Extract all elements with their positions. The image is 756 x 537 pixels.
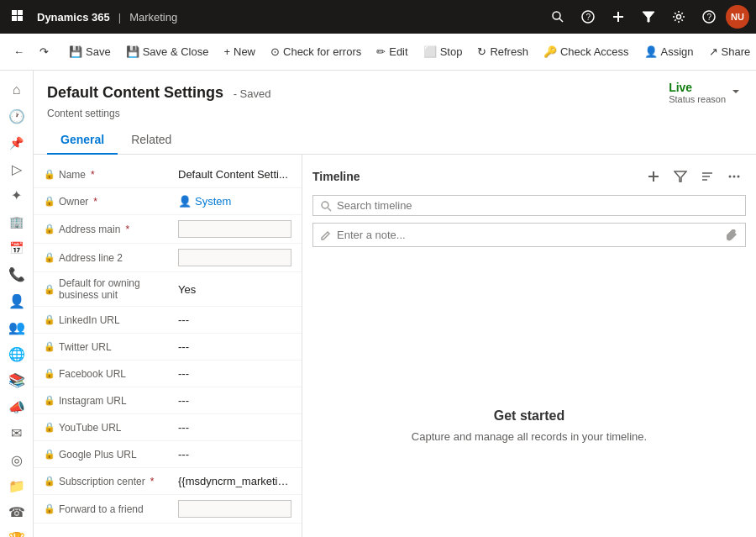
sidebar-item-megaphone[interactable]: 📣 [2, 394, 32, 419]
stop-button[interactable]: ⬜ Stop [417, 42, 470, 61]
sidebar-item-people[interactable]: 👥 [2, 315, 32, 340]
status-chevron-button[interactable] [729, 85, 743, 101]
field-subscription-value[interactable]: {{msdyncrm_marketingp [178, 475, 291, 487]
field-owner-value[interactable]: 👤 System [178, 195, 291, 208]
refresh-button[interactable]: ↻ Refresh [470, 42, 535, 61]
add-button[interactable] [605, 3, 632, 30]
field-name-value[interactable]: Default Content Setti... [178, 168, 291, 181]
svg-rect-1 [12, 16, 17, 21]
sidebar-item-pinned[interactable]: 📌 [2, 130, 32, 155]
main-layout: ⌂ 🕐 📌 ▷ ✦ 🏢 📅 📞 👤 👥 🌐 📚 📣 ✉ ◎ 📁 ☎ 🏆 ⚙ OM… [0, 71, 756, 537]
timeline-search-box[interactable] [312, 195, 746, 216]
back-icon: ← [13, 45, 24, 58]
record-subtitle: Content settings [47, 108, 743, 119]
save-close-button[interactable]: 💾 Save & Close [119, 42, 216, 61]
sidebar-item-contacts[interactable]: 👤 [2, 289, 32, 313]
check-errors-button[interactable]: ⊙ Check for errors [264, 42, 368, 61]
back-button[interactable]: ← [7, 42, 31, 61]
owner-icon: 👤 [178, 195, 192, 208]
sidebar-item-recent[interactable]: 🕐 [2, 103, 32, 128]
new-button[interactable]: + New [217, 42, 262, 61]
timeline-panel: Timeline [302, 155, 756, 537]
svg-line-5 [559, 18, 563, 22]
tab-general[interactable]: General [47, 126, 118, 155]
help-circle-button[interactable]: ? [696, 3, 722, 30]
app-logo: Dynamics 365 | Marketing [37, 11, 177, 24]
status-live: Live [669, 81, 726, 94]
timeline-note-box[interactable] [312, 223, 746, 247]
sidebar-item-cert[interactable]: 🏆 [2, 527, 32, 537]
share-button[interactable]: ↗ Share [702, 42, 756, 61]
edit-button[interactable]: ✏ Edit [370, 42, 414, 61]
field-instagram-value[interactable]: --- [178, 394, 291, 407]
field-forward-value[interactable] [178, 500, 291, 518]
svg-point-11 [677, 15, 681, 19]
save-button[interactable]: 💾 Save [62, 42, 118, 61]
status-info: Live Status reason [669, 81, 726, 104]
owner-link[interactable]: 👤 System [178, 195, 291, 208]
nav-buttons: ← ↷ [7, 42, 55, 61]
check-access-button[interactable]: 🔑 Check Access [537, 42, 636, 61]
filter-button[interactable] [635, 3, 662, 30]
sidebar-item-phone2[interactable]: ☎ [2, 500, 32, 524]
lock-icon: 🔒 [44, 252, 55, 263]
svg-line-24 [328, 208, 332, 211]
address-line2-input[interactable] [178, 249, 291, 266]
sidebar-item-phone[interactable]: 📞 [2, 262, 32, 287]
field-facebook-value[interactable]: --- [178, 367, 291, 380]
sidebar-item-mail[interactable]: ✉ [2, 421, 32, 445]
status-area: Live Status reason [669, 81, 743, 104]
field-address-line2-value[interactable] [178, 249, 291, 266]
field-googleplus: 🔒 Google Plus URL --- [34, 441, 302, 468]
sidebar-item-folder[interactable]: 📁 [2, 474, 32, 498]
field-address-main-label: 🔒 Address main * [44, 224, 178, 235]
sidebar-item-circle[interactable]: ◎ [2, 447, 32, 471]
lock-icon: 🔒 [44, 422, 55, 433]
sidebar-item-home[interactable]: ⌂ [2, 77, 32, 102]
record-saved-status: - Saved [234, 87, 271, 100]
field-subscription: 🔒 Subscription center * {{msdyncrm_marke… [34, 468, 302, 495]
svg-rect-3 [18, 16, 23, 21]
field-googleplus-value[interactable]: --- [178, 448, 291, 461]
sidebar-item-accounts[interactable]: 🏢 [2, 209, 32, 234]
sidebar-item-books[interactable]: 📚 [2, 368, 32, 392]
timeline-note-input[interactable] [337, 229, 722, 241]
help-button[interactable]: ? [575, 3, 601, 30]
settings-button[interactable] [665, 3, 692, 30]
search-button[interactable] [544, 3, 571, 30]
required-indicator: * [150, 476, 155, 487]
timeline-more-button[interactable] [722, 165, 746, 188]
address-main-input[interactable] [178, 220, 291, 238]
field-forward: 🔒 Forward to a friend [34, 495, 302, 524]
timeline-filter-button[interactable] [669, 165, 692, 188]
timeline-search-input[interactable] [337, 199, 738, 212]
field-twitter-value[interactable]: --- [178, 340, 291, 353]
forward-input[interactable] [178, 500, 291, 518]
forward-button[interactable]: ↷ [33, 42, 55, 61]
command-bar: ← ↷ 💾 Save 💾 Save & Close + New ⊙ Check … [0, 34, 756, 71]
assign-button[interactable]: 👤 Assign [638, 42, 701, 61]
apps-button[interactable] [7, 5, 30, 29]
sidebar-item-globe[interactable]: 🌐 [2, 342, 32, 366]
sidebar-item-play[interactable]: ▷ [2, 156, 32, 181]
sidebar-item-marketing[interactable]: ✦ [2, 183, 32, 208]
sidebar-item-calendar[interactable]: 📅 [2, 236, 32, 261]
main-content: Default Content Settings - Saved Live St… [34, 71, 756, 537]
field-address-main-value[interactable] [178, 220, 291, 238]
module-name: Marketing [129, 11, 177, 24]
edit-icon: ✏ [376, 45, 386, 58]
field-youtube-value[interactable]: --- [178, 421, 291, 434]
lock-icon: 🔒 [44, 314, 55, 325]
field-linkedin-value[interactable]: --- [178, 313, 291, 326]
lock-icon: 🔒 [44, 224, 55, 234]
user-avatar[interactable]: NU [726, 5, 749, 29]
timeline-empty-title: Get started [494, 408, 564, 424]
record-title-row: Default Content Settings - Saved Live St… [47, 81, 743, 104]
timeline-sort-button[interactable] [696, 165, 719, 188]
svg-point-20 [729, 176, 732, 178]
field-facebook: 🔒 Facebook URL --- [34, 361, 302, 387]
timeline-add-button[interactable] [642, 165, 665, 188]
pencil-icon [320, 229, 332, 241]
tab-related[interactable]: Related [118, 126, 185, 155]
svg-point-4 [553, 12, 560, 19]
